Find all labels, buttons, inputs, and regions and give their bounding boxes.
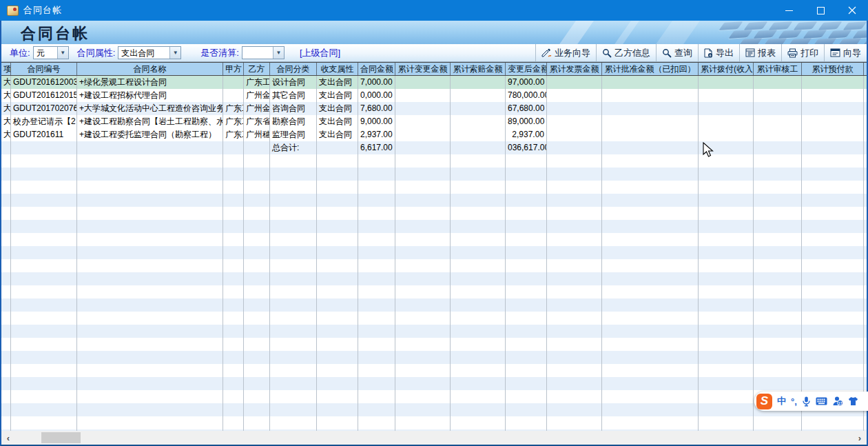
column-header[interactable]: 合同金额	[358, 63, 395, 75]
chevron-down-icon[interactable]: ▼	[169, 47, 180, 59]
table-cell[interactable]: GDUT201611	[11, 128, 77, 141]
table-cell[interactable]: +建设工程委托监理合同（勘察工程）	[77, 128, 223, 141]
ime-toolbar[interactable]: S 中°,17	[754, 392, 868, 411]
table-cell[interactable]: 67,680.00	[506, 102, 547, 115]
table-cell[interactable]	[602, 128, 699, 141]
column-header[interactable]: 甲方	[223, 63, 244, 75]
table-cell[interactable]	[451, 76, 506, 89]
scroll-right-arrow[interactable]: ›	[853, 431, 867, 445]
close-button[interactable]	[836, 0, 868, 21]
table-cell[interactable]: 97,000.00	[506, 76, 547, 89]
table-cell[interactable]	[602, 89, 699, 102]
导出-button[interactable]: 导出	[698, 44, 739, 61]
table-cell[interactable]: 广东工	[223, 128, 244, 141]
table-cell[interactable]	[802, 115, 864, 128]
查询-button[interactable]: 查询	[656, 44, 698, 61]
table-cell[interactable]: 校办登记请示【2	[11, 115, 77, 128]
table-cell[interactable]: 0,000.00	[358, 89, 395, 102]
table-cell[interactable]	[754, 102, 802, 115]
table-cell[interactable]	[699, 115, 754, 128]
table-cell[interactable]	[451, 102, 506, 115]
column-header[interactable]: 合同编号	[11, 63, 77, 75]
column-header[interactable]: 累计审核工	[754, 63, 802, 75]
punctuation-mode[interactable]: °,	[791, 396, 797, 407]
chevron-down-icon[interactable]: ▼	[57, 47, 68, 59]
table-row[interactable]: 大校办登记请示【2+建设工程勘察合同【岩土工程勘察、水广东工广东省勘察合同支出合…	[1, 115, 867, 128]
table-cell[interactable]	[754, 115, 802, 128]
table-cell[interactable]	[547, 89, 602, 102]
table-row[interactable]: 大GDUT201611+建设工程委托监理合同（勘察工程）广东工广州穗监理合同支出…	[1, 128, 867, 141]
table-cell[interactable]: 支出合同	[317, 115, 358, 128]
table-cell[interactable]: 89,000.00	[506, 115, 547, 128]
parent-contract-link[interactable]: [上级合同]	[300, 47, 340, 59]
table-cell[interactable]: 广州金	[244, 89, 270, 102]
maximize-button[interactable]	[805, 0, 836, 21]
table-row[interactable]: 大GDUT201702076+大学城文化活动中心工程造价咨询业务广东工广州金咨询…	[1, 102, 867, 115]
table-row-selected[interactable]: 大GDUT201612003+绿化景观工程设计合同广东工设计合同支出合同7,00…	[1, 76, 867, 89]
table-cell[interactable]	[223, 89, 244, 102]
column-header[interactable]: 收支属性	[317, 63, 358, 75]
table-cell[interactable]: 设计合同	[270, 76, 317, 89]
column-header[interactable]: 累计预付款	[802, 63, 864, 75]
table-cell[interactable]	[395, 115, 451, 128]
table-cell[interactable]: 7,680.00	[358, 102, 395, 115]
chinese-mode[interactable]: 中	[777, 395, 786, 407]
table-cell[interactable]	[451, 115, 506, 128]
打印-button[interactable]: 打印	[781, 44, 824, 61]
contract-attr-dropdown[interactable]: 支出合同 ▼	[118, 46, 181, 59]
table-cell[interactable]	[754, 89, 802, 102]
table-cell[interactable]	[802, 128, 864, 141]
业务向导-button[interactable]: 业务向导	[535, 44, 596, 61]
microphone-icon[interactable]	[802, 396, 811, 407]
column-header[interactable]: 项	[1, 63, 11, 75]
table-cell[interactable]: GDUT201612003	[11, 76, 77, 89]
table-cell[interactable]: 780,000.00	[506, 89, 547, 102]
column-header[interactable]: 变更后金额	[506, 63, 547, 75]
column-header[interactable]: 累计发票金额	[547, 63, 602, 75]
chevron-down-icon[interactable]: ▼	[273, 47, 284, 59]
table-cell[interactable]	[602, 102, 699, 115]
table-cell[interactable]: 2,937.00	[358, 128, 395, 141]
table-cell[interactable]: 支出合同	[317, 89, 358, 102]
报表-button[interactable]: 报表	[739, 44, 781, 61]
table-cell[interactable]: +绿化景观工程设计合同	[77, 76, 223, 89]
table-cell[interactable]	[699, 89, 754, 102]
table-cell[interactable]: 支出合同	[317, 102, 358, 115]
table-cell[interactable]: +建设工程招标代理合同	[77, 89, 223, 102]
table-cell[interactable]	[547, 102, 602, 115]
column-header[interactable]: 乙方	[244, 63, 270, 75]
table-cell[interactable]: 大	[1, 128, 11, 141]
table-cell[interactable]	[754, 76, 802, 89]
table-cell[interactable]: 广东工	[223, 102, 244, 115]
table-cell[interactable]: 其它合同	[270, 89, 317, 102]
table-cell[interactable]	[547, 128, 602, 141]
table-cell[interactable]: +大学城文化活动中心工程造价咨询业务	[77, 102, 223, 115]
table-cell[interactable]	[754, 128, 802, 141]
table-cell[interactable]: 大	[1, 115, 11, 128]
keyboard-icon[interactable]	[816, 397, 827, 405]
table-cell[interactable]: 支出合同	[317, 76, 358, 89]
table-cell[interactable]	[223, 76, 244, 89]
table-cell[interactable]: 7,000.00	[358, 76, 395, 89]
table-cell[interactable]	[547, 115, 602, 128]
table-cell[interactable]	[395, 102, 451, 115]
table-cell[interactable]	[547, 76, 602, 89]
乙方信息-button[interactable]: 乙方信息	[596, 44, 656, 61]
table-cell[interactable]	[451, 89, 506, 102]
table-cell[interactable]: 广州金	[244, 102, 270, 115]
table-cell[interactable]: 咨询合同	[270, 102, 317, 115]
column-header[interactable]: 累计批准金额（已扣回）	[602, 63, 699, 75]
sogou-logo-icon[interactable]: S	[756, 394, 772, 409]
column-header[interactable]: 合同名称	[77, 63, 223, 75]
table-cell[interactable]: 大	[1, 76, 11, 89]
table-cell[interactable]: +建设工程勘察合同【岩土工程勘察、水	[77, 115, 223, 128]
table-cell[interactable]	[699, 76, 754, 89]
table-cell[interactable]	[802, 102, 864, 115]
table-cell[interactable]: 大	[1, 89, 11, 102]
table-cell[interactable]	[602, 76, 699, 89]
table-cell[interactable]: 广东工	[223, 115, 244, 128]
column-header[interactable]: 累计拨付(收入)	[699, 63, 754, 75]
table-cell[interactable]: 2,937.00	[506, 128, 547, 141]
horizontal-scrollbar[interactable]: ‹ ›	[1, 431, 867, 445]
table-cell[interactable]	[602, 115, 699, 128]
